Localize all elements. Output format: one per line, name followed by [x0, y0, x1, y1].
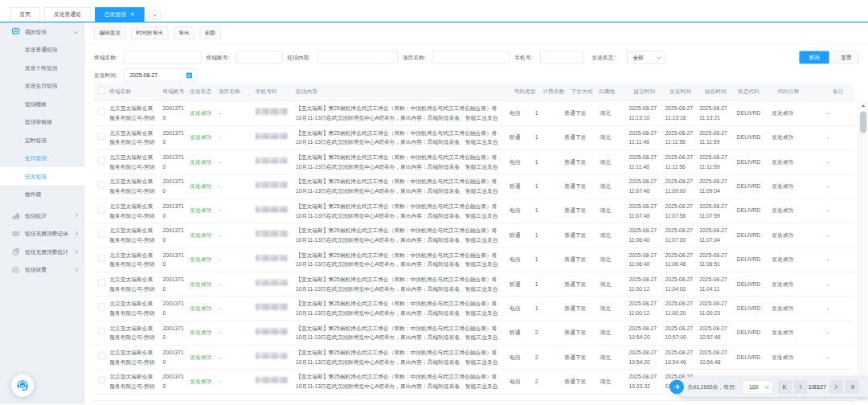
page-size-select[interactable]: 100: [742, 380, 772, 394]
tab-sent-sms[interactable]: 已发短信✕: [95, 7, 144, 22]
text-line: 2025-08-27: [665, 275, 698, 284]
sidebar-item-send-personal-sms[interactable]: 发送个性短信: [0, 59, 85, 77]
scroll-up-icon[interactable]: [859, 101, 868, 110]
next-page-button[interactable]: [829, 380, 843, 394]
export-by-period-button[interactable]: 时间段导出: [131, 27, 168, 39]
table-row[interactable]: 北京亚太瑞斯会展服务有限公司-营销 20013710 发送成功 - 【亚太瑞斯】…: [94, 248, 854, 272]
customer-service-button[interactable]: [11, 374, 34, 397]
sidebar-item-send-birthday-sms[interactable]: 发送生日短信: [0, 77, 85, 96]
cell-submit-time: 2025-08-2711:07:48: [620, 202, 662, 221]
sidebar-item-inbox[interactable]: 收件箱: [0, 186, 85, 204]
text-line: 服务有限公司-营销: [109, 186, 162, 196]
table-row[interactable]: 北京亚太瑞斯会展服务有限公司-营销 20013710 发送成功 - 【亚太瑞斯】…: [94, 101, 854, 125]
row-checkbox[interactable]: [98, 157, 105, 164]
cell-report-time: 2025-08-2711:09:04: [698, 177, 733, 196]
sidebar-item-scheduled-sms[interactable]: 定时短信: [0, 131, 85, 149]
search-button[interactable]: 查询: [800, 51, 829, 64]
tab-send-normal[interactable]: 发送普通短: [44, 7, 90, 22]
table-row[interactable]: 北京亚太瑞斯会展服务有限公司-营销 20013710 发送成功 - 【亚太瑞斯】…: [94, 125, 854, 149]
text-line: 10月11-13日在武汉国际博览中心A馆举办，展出内容：高端制造装备、智能工业及…: [296, 113, 506, 123]
cell-terminal-name: 北京亚太瑞斯会展服务有限公司-营销: [109, 250, 162, 269]
send-status-select[interactable]: 全部: [627, 51, 665, 64]
table-row[interactable]: 北京亚太瑞斯会展服务有限公司-营销 20013710 发送成功 - 【亚太瑞斯】…: [94, 297, 854, 321]
sidebar-item-send-normal-sms[interactable]: 发送普通短信: [0, 41, 85, 59]
text-line: 10:54:20: [628, 358, 661, 367]
row-checkbox[interactable]: [98, 377, 105, 384]
refresh-button[interactable]: 刷新: [200, 27, 221, 39]
reset-button[interactable]: 重置: [833, 51, 859, 64]
text-line: 北京亚太瑞斯会展: [109, 250, 162, 260]
prev-page-button[interactable]: [794, 380, 808, 394]
table-row[interactable]: 北京亚太瑞斯会展服务有限公司-营销 20013710 发送成功 - 【亚太瑞斯】…: [94, 346, 854, 370]
cell-number-type: 联通: [506, 231, 530, 240]
sidebar-item-recharge-records[interactable]: 短信充值消费记录: [0, 225, 85, 243]
sidebar-item-sms-statistics[interactable]: 短信统计: [0, 207, 85, 225]
sidebar-item-sent-sms[interactable]: 已发短信: [0, 167, 85, 186]
scrollbar-thumb[interactable]: [860, 111, 866, 133]
last-page-button[interactable]: [845, 380, 859, 394]
table-row[interactable]: 北京亚太瑞斯会展服务有限公司-营销 20013710 发送成功 - 【亚太瑞斯】…: [94, 223, 854, 248]
tab-list-dropdown[interactable]: [149, 10, 161, 19]
text-line: 2025-08-27: [628, 104, 661, 113]
row-checkbox[interactable]: [98, 182, 105, 189]
first-page-button[interactable]: [778, 380, 792, 394]
row-checkbox[interactable]: [98, 108, 105, 115]
row-checkbox[interactable]: [98, 328, 105, 335]
cell-report-time: 2025-08-2711:13:21: [698, 104, 733, 123]
send-time-datepicker[interactable]: 2025-08-27: [124, 69, 198, 82]
sidebar-item-sms-template[interactable]: 短信模板: [0, 95, 85, 113]
vertical-scrollbar[interactable]: [858, 101, 867, 400]
cell-send-status: 发送成功: [190, 280, 218, 289]
text-line: 服务有限公司-营销: [109, 358, 162, 367]
table-row[interactable]: 北京亚太瑞斯会展服务有限公司-营销 20013710 发送成功 - 【亚太瑞斯】…: [94, 199, 854, 223]
cell-send-time: 2025-08-2711:07:56: [662, 202, 698, 221]
table-row[interactable]: 北京亚太瑞斯会展服务有限公司-营销 20013710 发送成功 - 【亚太瑞斯】…: [94, 150, 854, 174]
cell-sms-content: 【亚太瑞斯】第25届机博会武汉工博会（简称：中国机博会与武汉工博会融合展）将10…: [296, 104, 506, 123]
edit-resend-button[interactable]: 编辑重发: [94, 27, 125, 39]
row-checkbox[interactable]: [98, 230, 105, 237]
cell-code-note: 发送成功: [764, 255, 801, 264]
cell-submit-time: 2025-08-2710:23:32: [620, 372, 662, 391]
row-checkbox[interactable]: [98, 255, 105, 262]
sms-content-input[interactable]: [317, 51, 398, 64]
terminal-name-input[interactable]: [124, 51, 202, 64]
sidebar-item-my-sms[interactable]: 我的短信: [0, 22, 85, 41]
chevron-down-icon: [764, 384, 769, 389]
terminal-account-input[interactable]: [236, 51, 282, 64]
text-line: 0: [163, 211, 190, 220]
text-line: 10月11-13日在武汉国际博览中心A馆举办，展出内容：高端制造装备、智能工业及…: [296, 235, 506, 245]
table-row[interactable]: 北京亚太瑞斯会展服务有限公司-营销 20013710 发送成功 - 【亚太瑞斯】…: [94, 272, 854, 297]
sidebar-item-birthday-sms[interactable]: 生日短信: [0, 149, 85, 168]
text-line: 2025-08-27: [628, 323, 661, 333]
row-checkbox[interactable]: [98, 206, 105, 213]
text-line: 2001371: [163, 275, 190, 284]
row-checkbox[interactable]: [98, 133, 105, 140]
cell-send-time: 2025-08-2711:13:18: [662, 104, 698, 123]
text-line: 11:07:48: [628, 211, 661, 220]
table-row[interactable]: 北京亚太瑞斯会展服务有限公司-营销 20013710 发送成功 - 【亚太瑞斯】…: [94, 174, 854, 198]
text-line: 0: [163, 309, 190, 318]
sidebar-item-sms-settings[interactable]: 短信设置: [0, 261, 85, 280]
tab-home[interactable]: 首页: [10, 7, 39, 22]
sidebar-item-sms-review-box[interactable]: 短信审核箱: [0, 113, 85, 132]
phone-input[interactable]: [540, 51, 583, 64]
cell-send-time: 2025-08-2710:57:00: [662, 323, 698, 342]
row-checkbox[interactable]: [98, 352, 105, 359]
project-name-input[interactable]: [432, 51, 510, 64]
headset-icon: [16, 378, 30, 392]
row-checkbox[interactable]: [98, 279, 105, 286]
sidebar-item-label: 发送个性短信: [25, 64, 58, 72]
text-line: 11:00:23: [699, 309, 733, 318]
cell-phone-number: [256, 377, 296, 387]
cell-terminal-name: 北京亚太瑞斯会展服务有限公司-营销: [109, 226, 162, 245]
cell-terminal-account: 20013710: [163, 372, 190, 391]
row-checkbox[interactable]: [98, 303, 105, 310]
text-line: 11:07:56: [665, 211, 698, 220]
pagination-collapse-button[interactable]: [669, 380, 684, 395]
tab-close-icon[interactable]: ✕: [130, 12, 135, 18]
export-button[interactable]: 导出: [174, 27, 194, 39]
sidebar-item-recharge-statistics[interactable]: 短信充值消费统计: [0, 243, 85, 261]
select-all-checkbox[interactable]: [98, 87, 105, 94]
table-row[interactable]: 北京亚太瑞斯会展服务有限公司-营销 20013710 发送成功 - 【亚太瑞斯】…: [94, 321, 854, 345]
text-line: 2025-08-27: [699, 226, 733, 235]
